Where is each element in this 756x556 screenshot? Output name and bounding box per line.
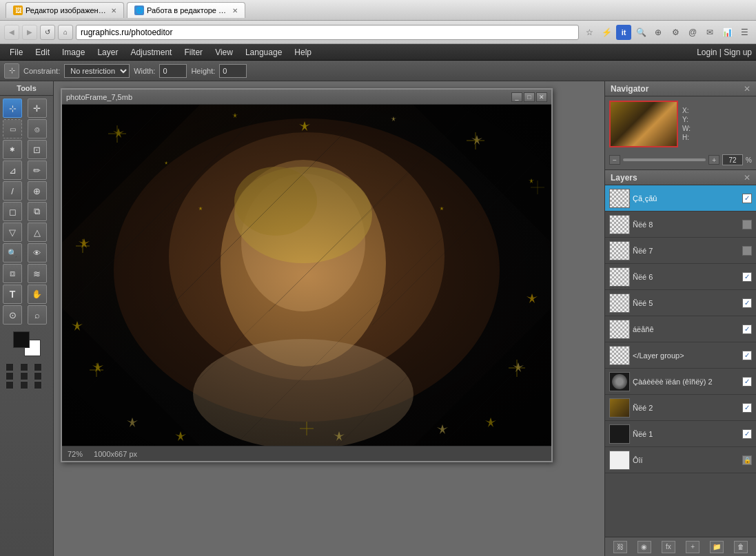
layer-visible-3[interactable]	[742, 272, 752, 282]
canvas-maximize[interactable]: □	[524, 92, 535, 102]
address-bar[interactable]	[76, 25, 579, 40]
star-icon[interactable]: ☆	[582, 25, 597, 40]
dot-3[interactable]	[34, 363, 42, 371]
layer-visible-0[interactable]	[742, 194, 752, 203]
menu-language[interactable]: Language	[240, 46, 287, 59]
dot-1[interactable]	[6, 363, 14, 371]
layer-row-1[interactable]: Ñëé 8	[605, 212, 756, 238]
tool-stamp[interactable]: ⊕	[28, 181, 47, 200]
layer-visible-9[interactable]	[742, 429, 752, 439]
forward-button[interactable]: ▶	[22, 25, 37, 40]
layer-new-button[interactable]: +	[686, 541, 699, 553]
color-boxes[interactable]	[13, 331, 41, 356]
tool-magnify[interactable]: ⌕	[28, 305, 47, 325]
tool-select[interactable]: ⊹	[3, 99, 22, 118]
menu-image[interactable]: Image	[57, 46, 90, 59]
dot-8[interactable]	[20, 381, 28, 389]
browser-tab-1[interactable]: 🖼 Редактор изображений C... ✕	[6, 2, 124, 18]
layer-row-10[interactable]: Ôîí 🔒	[605, 447, 756, 473]
layer-visible-2[interactable]	[742, 246, 752, 256]
canvas-area[interactable]: photoFrame_7,5mb _ □ ✕	[54, 81, 604, 556]
canvas-minimize[interactable]: _	[511, 92, 522, 102]
layer-row-9[interactable]: Ñëé 1	[605, 421, 756, 447]
layer-visible-8[interactable]	[742, 403, 752, 413]
tool-shape[interactable]: △	[28, 223, 47, 242]
foreground-color[interactable]	[13, 331, 30, 348]
height-input[interactable]	[219, 64, 247, 78]
layer-visible-6[interactable]	[742, 351, 752, 360]
tab2-close[interactable]: ✕	[232, 7, 238, 14]
menu-adjustment[interactable]: Adjustment	[125, 46, 177, 59]
dot-6[interactable]	[34, 372, 42, 380]
dot-4[interactable]	[6, 372, 14, 380]
layer-link-button[interactable]: ⛓	[613, 541, 627, 553]
menu-filter[interactable]: Filter	[178, 46, 208, 59]
settings-icon[interactable]: ⚙	[668, 25, 683, 40]
constraint-select[interactable]: No restriction Keep ratio	[64, 64, 130, 78]
browser-tab-2[interactable]: 🌐 Работа в редакторе Фото... ✕	[127, 2, 245, 18]
zoom-increase-button[interactable]: +	[708, 155, 719, 165]
menu-icon[interactable]: ☰	[737, 25, 752, 40]
layers-close[interactable]: ✕	[744, 173, 750, 183]
layer-row-2[interactable]: Ñëé 7	[605, 238, 756, 264]
layer-row-0[interactable]: Çã¸çãû	[605, 185, 756, 212]
tool-eyedropper[interactable]: ⊿	[3, 161, 22, 180]
tool-eraser[interactable]: ◻	[3, 202, 22, 221]
nav-chart-icon[interactable]: 📊	[719, 25, 735, 40]
tool-text[interactable]: T	[3, 285, 22, 304]
canvas-close[interactable]: ✕	[536, 92, 547, 102]
layer-folder-button[interactable]: 📁	[710, 541, 724, 553]
browser-id-icon[interactable]: it	[616, 25, 631, 40]
layer-row-5[interactable]: áëåñê	[605, 316, 756, 342]
layer-delete-button[interactable]: 🗑	[734, 541, 748, 553]
tab1-close[interactable]: ✕	[111, 7, 116, 14]
dot-5[interactable]	[20, 372, 28, 380]
zoom-slider[interactable]	[623, 158, 706, 161]
tool-gradient[interactable]: ▽	[3, 223, 22, 242]
menu-layer[interactable]: Layer	[92, 46, 123, 59]
tool-hand[interactable]: ✋	[28, 285, 47, 304]
layer-visible-1[interactable]	[742, 220, 752, 229]
tool-eye[interactable]: 👁	[28, 243, 47, 262]
user-icon[interactable]: @	[685, 25, 700, 40]
tool-brush[interactable]: /	[3, 181, 22, 200]
layer-fx-button[interactable]: fx	[662, 541, 675, 553]
dot-7[interactable]	[6, 381, 14, 389]
layer-row-3[interactable]: Ñëé 6	[605, 264, 756, 290]
layer-row-4[interactable]: Ñëé 5	[605, 290, 756, 316]
zoom-value-input[interactable]	[722, 154, 743, 165]
home-button[interactable]: ⌂	[58, 25, 73, 40]
layer-visible-4[interactable]	[742, 298, 752, 308]
tool-zoom2[interactable]: ⊙	[3, 305, 22, 325]
navigator-close[interactable]: ✕	[744, 84, 750, 94]
mail-icon[interactable]: ✉	[702, 25, 717, 40]
toolbar-tool-icon[interactable]: ⊹	[4, 63, 19, 79]
dot-2[interactable]	[20, 363, 28, 371]
layer-row-8[interactable]: Ñëé 2	[605, 395, 756, 421]
menu-view[interactable]: View	[210, 46, 238, 59]
tool-paint-bucket[interactable]: ⧈	[3, 264, 22, 283]
menu-file[interactable]: File	[4, 46, 28, 59]
tool-lasso[interactable]: ⌾	[28, 119, 47, 138]
tool-crop[interactable]: ⊡	[28, 140, 47, 159]
layer-visible-7[interactable]	[742, 377, 752, 387]
dot-9[interactable]	[34, 381, 42, 389]
layer-visible-10[interactable]: 🔒	[742, 455, 752, 465]
refresh-button[interactable]: ↺	[40, 25, 55, 40]
layer-visible-5[interactable]	[742, 325, 752, 334]
nav-extra-icon[interactable]: ⊕	[651, 25, 666, 40]
width-input[interactable]	[159, 64, 187, 78]
menu-help[interactable]: Help	[289, 46, 317, 59]
tool-clone[interactable]: ⧉	[28, 202, 47, 221]
back-button[interactable]: ◀	[4, 25, 19, 40]
tool-magic-wand[interactable]: ✱	[3, 140, 22, 159]
tool-pencil[interactable]: ✏	[28, 161, 47, 180]
tool-smudge[interactable]: ≋	[28, 264, 47, 283]
lightning-icon[interactable]: ⚡	[599, 25, 614, 40]
tool-zoom[interactable]: 🔍	[3, 243, 22, 262]
layer-row-6[interactable]: </Layer group>	[605, 342, 756, 369]
layer-row-7[interactable]: Çàáèëëè ïëán (êîñëÿ) 2	[605, 369, 756, 395]
tool-rect-select[interactable]: ▭	[3, 119, 22, 138]
zoom-decrease-button[interactable]: −	[609, 155, 620, 165]
search-icon[interactable]: 🔍	[633, 25, 648, 40]
